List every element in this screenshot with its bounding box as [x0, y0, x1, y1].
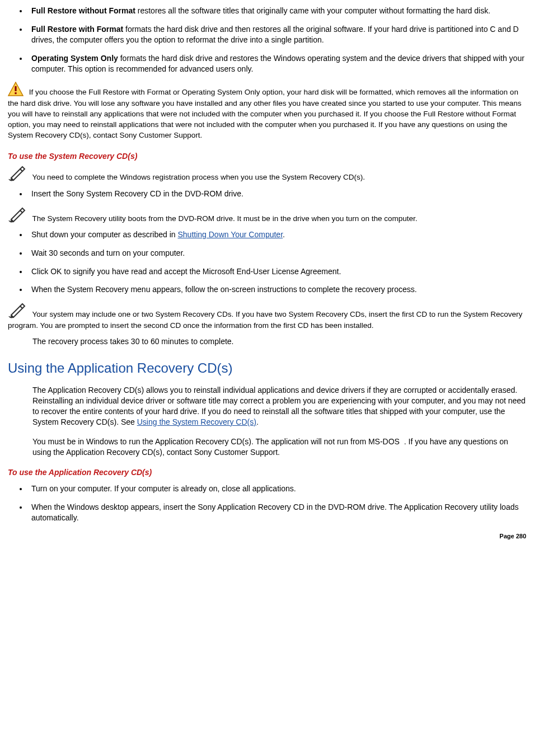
svg-rect-2 — [15, 92, 16, 94]
step-text: Insert the Sony System Recovery CD in th… — [31, 189, 243, 198]
link-using-system-recovery[interactable]: Using the System Recovery CD(s) — [137, 417, 256, 426]
app-step-list: Turn on your computer. If your computer … — [8, 483, 526, 523]
pencil-note-icon — [8, 303, 27, 318]
warning-note: If you choose the Full Restore with Form… — [8, 82, 526, 140]
note-boot: The System Recovery utility boots from t… — [8, 207, 526, 224]
list-item: Shut down your computer as described in … — [28, 229, 526, 240]
list-item: Wait 30 seconds and turn on your compute… — [28, 248, 526, 259]
step-list-2: Shut down your computer as described in … — [8, 229, 526, 295]
note-two-cds: Your system may include one or two Syste… — [8, 303, 526, 330]
list-item: Operating System Only formats the hard d… — [28, 53, 526, 74]
list-item: When the System Recovery menu appears, f… — [28, 284, 526, 295]
step-text: Turn on your computer. If your computer … — [31, 484, 296, 493]
list-item: Turn on your computer. If your computer … — [28, 483, 526, 494]
list-item: Insert the Sony System Recovery CD in th… — [28, 189, 526, 199]
warning-icon — [8, 82, 24, 96]
recovery-time-text: The recovery process takes 30 to 60 minu… — [32, 336, 526, 347]
app-recovery-para2: You must be in Windows to run the Applic… — [32, 436, 526, 458]
svg-rect-1 — [15, 86, 16, 91]
section-title-application-recovery: To use the Application Recovery CD(s) — [8, 467, 526, 478]
option-title: Operating System Only — [31, 54, 118, 63]
pencil-note-icon — [8, 207, 27, 223]
step-text: Click OK to signify you have read and ac… — [31, 267, 341, 276]
section-title-system-recovery: To use the System Recovery CD(s) — [8, 151, 526, 162]
para-text-suffix: . — [256, 417, 259, 426]
list-item: When the Windows desktop appears, insert… — [28, 502, 526, 523]
option-desc: restores all the software titles that or… — [135, 6, 490, 15]
heading-application-recovery: Using the Application Recovery CD(s) — [8, 359, 526, 377]
step-text: When the Windows desktop appears, insert… — [31, 503, 518, 522]
option-title: Full Restore without Format — [31, 6, 135, 15]
link-shutting-down[interactable]: Shutting Down Your Computer — [177, 230, 283, 239]
step-text: Wait 30 seconds and turn on your compute… — [31, 248, 185, 257]
para-text-prefix: The Application Recovery CD(s) allows yo… — [32, 386, 526, 426]
note-text: The System Recovery utility boots from t… — [30, 214, 418, 223]
step-text-prefix: Shut down your computer as described in — [31, 230, 177, 239]
warning-text: If you choose the Full Restore with Form… — [8, 88, 522, 139]
note-text: You need to complete the Windows registr… — [30, 173, 365, 181]
note-text: Your system may include one or two Syste… — [8, 310, 522, 329]
page-number: Page 280 — [8, 532, 526, 541]
list-item: Full Restore with Format formats the har… — [28, 24, 526, 45]
pencil-note-icon — [8, 166, 27, 181]
list-item: Full Restore without Format restores all… — [28, 6, 526, 16]
list-item: Click OK to signify you have read and ac… — [28, 266, 526, 277]
step-text: When the System Recovery menu appears, f… — [31, 285, 417, 294]
app-recovery-para1: The Application Recovery CD(s) allows yo… — [32, 385, 526, 428]
step-list-1: Insert the Sony System Recovery CD in th… — [8, 189, 526, 199]
step-text-suffix: . — [283, 230, 285, 239]
restore-options-list: Full Restore without Format restores all… — [8, 6, 526, 74]
option-title: Full Restore with Format — [31, 25, 123, 34]
note-registration: You need to complete the Windows registr… — [8, 166, 526, 182]
